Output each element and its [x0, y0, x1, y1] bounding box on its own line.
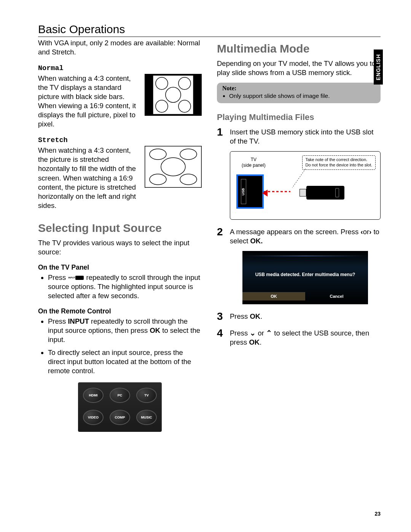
svg-rect-1: [153, 75, 193, 114]
remote-bullet-2: To directly select an input source, pres…: [48, 348, 202, 375]
normal-heading: Normal: [38, 64, 202, 72]
usb-tv-label: TV: [242, 157, 266, 162]
remote-bullet-1: Press INPUT repeatedly to scroll through…: [48, 317, 202, 344]
remote-btn-tv: TV: [136, 388, 157, 403]
usb-stick-icon: [306, 186, 344, 200]
normal-mode-diagram: [145, 74, 202, 116]
normal-body: When watching a 4:3 content, the TV disp…: [38, 74, 140, 129]
usb-dialog: USB media detected. Enter multimedia men…: [242, 251, 368, 304]
dialog-message: USB media detected. Enter multimedia men…: [242, 272, 368, 278]
multimedia-heading: Multimedia Mode: [217, 42, 381, 55]
selecting-input-heading: Selecting Input Source: [38, 222, 202, 235]
page-number: 23: [374, 511, 381, 517]
usb-port-label: USB: [241, 188, 246, 195]
step-3: Press OK.: [217, 312, 381, 321]
note-box: Note: Only support slide shows of image …: [217, 83, 381, 103]
dialog-ok-button: OK: [242, 292, 305, 300]
dialog-cancel-button: Cancel: [305, 292, 368, 300]
note-label: Note:: [222, 85, 375, 92]
note-item: Only support slide shows of image file.: [229, 93, 375, 99]
usb-callout-2: Do not force the device into the slot.: [306, 163, 373, 168]
language-tab: ENGLISH: [374, 50, 383, 85]
svg-rect-7: [145, 146, 202, 188]
usb-side-panel-label: (side panel): [242, 163, 266, 168]
remote-btn-hdmi: HDMI: [83, 388, 104, 403]
remote-btn-comp: COMP: [110, 410, 130, 425]
usb-callout-1: Take note of the correct direction.: [306, 157, 373, 163]
selecting-intro: The TV provides various ways to select t…: [38, 238, 202, 257]
vga-intro: With VGA input, only 2 modes are availab…: [38, 38, 202, 57]
chevron-up-icon: ⌃: [266, 329, 272, 337]
step-1: Insert the USB memory stick into the USB…: [217, 128, 381, 220]
on-remote-heading: On the Remote Control: [38, 307, 202, 315]
remote-input-panel: HDMI PC TV VIDEO COMP MUSIC: [78, 382, 162, 432]
svg-line-14: [292, 169, 306, 188]
multimedia-intro: Depending on your TV model, the TV allow…: [217, 59, 381, 77]
stretch-heading: Stretch: [38, 136, 202, 144]
remote-btn-pc: PC: [110, 388, 130, 403]
step-2: A message appears on the screen. Press ‹…: [217, 227, 381, 304]
stretch-body: When watching a 4:3 content, the picture…: [38, 146, 140, 210]
input-button-icon: INPUT: [68, 276, 84, 280]
page-title: Basic Operations: [38, 23, 381, 37]
right-column: Multimedia Mode Depending on your TV mod…: [217, 38, 381, 432]
remote-btn-music: MUSIC: [136, 410, 157, 425]
tv-panel-bullet: Press INPUT repeatedly to scroll through…: [48, 273, 202, 300]
on-tv-panel-heading: On the TV Panel: [38, 264, 202, 272]
remote-btn-video: VIDEO: [83, 410, 104, 425]
step-4: Press ⌄ or ⌃ to select the USB source, t…: [217, 329, 381, 347]
chevron-down-icon: ⌄: [250, 329, 256, 337]
playing-files-heading: Playing Multimedia Files: [217, 112, 381, 122]
left-column: With VGA input, only 2 modes are availab…: [38, 38, 202, 432]
stretch-mode-diagram: [145, 146, 202, 188]
usb-diagram: TV (side panel) Take note of the correct…: [230, 151, 381, 220]
